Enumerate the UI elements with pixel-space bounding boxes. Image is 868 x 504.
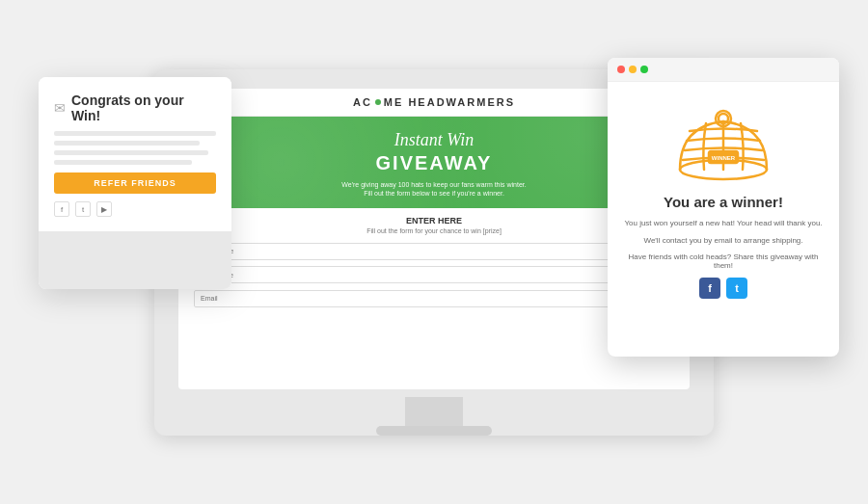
email-input[interactable] bbox=[194, 290, 674, 307]
winner-popup: WINNER You are a winner! You just won yo… bbox=[608, 58, 839, 357]
scene: ✉ Congrats on your Win! REFER FRIENDS f … bbox=[0, 0, 868, 504]
winner-share-text: Have friends with cold heads? Share this… bbox=[623, 252, 824, 270]
hero-bold-text: GIVEAWAY bbox=[194, 152, 674, 174]
winner-title: You are a winner! bbox=[664, 194, 783, 210]
close-dot bbox=[617, 66, 625, 73]
winner-twitter-button[interactable]: t bbox=[726, 278, 747, 299]
facebook-icon[interactable]: f bbox=[54, 201, 69, 217]
email-card: ✉ Congrats on your Win! REFER FRIENDS f … bbox=[39, 77, 231, 289]
monitor-stand bbox=[405, 397, 463, 425]
monitor-base bbox=[376, 426, 492, 436]
firstname-input[interactable] bbox=[194, 243, 674, 260]
email-icon: ✉ bbox=[54, 100, 66, 116]
email-congrats-text: Congrats on your Win! bbox=[71, 93, 216, 123]
lastname-input[interactable] bbox=[194, 266, 674, 283]
form-subtitle: Fill out the form for your chance to win… bbox=[194, 227, 674, 234]
minimize-dot bbox=[629, 66, 637, 73]
email-lines bbox=[54, 131, 216, 165]
winner-facebook-button[interactable]: f bbox=[699, 278, 720, 299]
form-title: ENTER HERE bbox=[194, 216, 674, 225]
winner-body: WINNER You are a winner! You just won yo… bbox=[608, 82, 839, 314]
winner-line2: We'll contact you by email to arrange sh… bbox=[643, 235, 802, 247]
maximize-dot bbox=[640, 66, 648, 73]
hero-description: We're giving away 100 hats to keep our f… bbox=[338, 180, 530, 199]
winner-hat-illustration: WINNER bbox=[665, 97, 781, 194]
twitter-icon[interactable]: t bbox=[75, 201, 91, 217]
winner-line1: You just won yourself a new hat! Your he… bbox=[624, 218, 822, 229]
popup-title-bar bbox=[608, 58, 839, 82]
email-social-links: f t ▶ bbox=[54, 201, 216, 217]
hero-script-text: Instant Win bbox=[194, 130, 674, 150]
svg-text:WINNER: WINNER bbox=[712, 155, 736, 161]
winner-social-icons: f t bbox=[699, 278, 747, 299]
youtube-icon[interactable]: ▶ bbox=[96, 201, 112, 217]
refer-friends-button[interactable]: REFER FRIENDS bbox=[54, 172, 216, 194]
brand-name: ACME HEADWARMERS bbox=[353, 96, 515, 108]
brand-dot bbox=[375, 99, 381, 105]
